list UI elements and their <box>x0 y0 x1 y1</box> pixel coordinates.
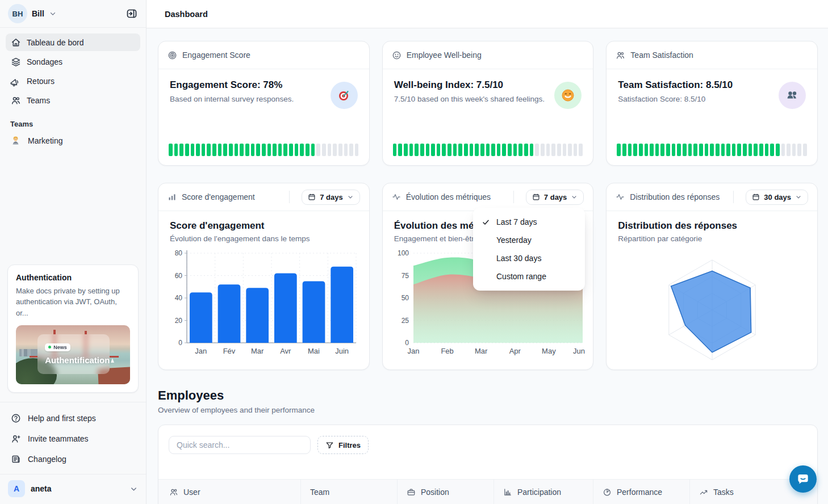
column-header-team[interactable]: Team <box>300 480 397 504</box>
stat-cards-row: Engagement Score Engagement Score: 78% B… <box>158 41 818 166</box>
date-range-button[interactable]: 7 days <box>526 190 584 205</box>
stat-body: Team Satisfaction: 8.5/10 Satisfaction S… <box>607 69 817 109</box>
chevron-down-icon <box>347 194 354 200</box>
chevron-down-icon <box>571 194 578 200</box>
users-icon <box>10 95 21 106</box>
sidebar-item-changelog[interactable]: Changelog <box>6 449 140 469</box>
card-header: Score d'engagement 7 days <box>158 183 369 211</box>
stat-subtitle: Satisfaction Score: 8.5/10 <box>618 95 779 103</box>
calendar-icon <box>752 193 760 201</box>
news-dot-icon <box>48 346 51 348</box>
promo-description: Make docs private by setting up authenti… <box>16 285 130 319</box>
workspace-name[interactable]: Bill <box>32 9 44 18</box>
promo-image: News Authentification <box>16 325 130 384</box>
card-header-label: Score d'engagement <box>182 192 255 201</box>
svg-text:50: 50 <box>401 294 409 302</box>
sidebar-item-invite[interactable]: Invite teammates <box>6 429 140 449</box>
sidebar-nav: Tableau de bord Sondages Retours Teams <box>0 28 146 111</box>
teams-section-label: Teams <box>0 111 146 132</box>
employees-table-card: Filtres User Team Position <box>158 425 818 504</box>
chat-bubble-icon <box>796 472 810 486</box>
sidebar-item-marketing[interactable]: Marketing <box>0 132 146 150</box>
card-header: Engagement Score <box>158 41 369 69</box>
menu-item-last-30-days[interactable]: Last 30 days <box>473 249 585 267</box>
svg-text:75: 75 <box>401 272 409 280</box>
page-title: Dashboard <box>165 10 208 19</box>
progress-sparkline <box>393 144 583 156</box>
svg-text:Juin: Juin <box>335 347 349 355</box>
sidebar-item-teams[interactable]: Teams <box>6 91 140 109</box>
card-header: Évolution des métriques 7 days <box>383 183 593 211</box>
collapse-sidebar-button[interactable] <box>124 6 139 21</box>
search-input[interactable] <box>169 436 311 454</box>
smile-icon <box>392 51 402 60</box>
chevron-down-icon <box>129 485 138 493</box>
target-icon <box>168 51 177 60</box>
megaphone-icon <box>10 75 21 86</box>
workspace-switcher[interactable]: BH Bill <box>0 0 146 28</box>
svg-text:20: 20 <box>175 317 183 325</box>
workspace-avatar[interactable]: BH <box>8 4 27 23</box>
svg-text:25: 25 <box>401 317 409 325</box>
account-name: aneta <box>31 484 52 493</box>
chart-body: Score d'engagement Évolution de l'engage… <box>158 211 369 369</box>
bar-chart: 020406080JanFévMarAvrMaiJuin <box>170 247 358 369</box>
home-icon <box>10 37 21 48</box>
bar-chart-icon <box>503 488 512 497</box>
chart-body: Distribution des réponses Répartition pa… <box>607 211 817 369</box>
smiling-face-emoji <box>554 82 582 109</box>
menu-item-yesterday[interactable]: Yesterday <box>473 231 585 249</box>
sidebar-item-label: Sondages <box>27 57 62 66</box>
painting-sailboat <box>111 358 114 363</box>
chart-title: Score d'engagement <box>170 220 358 232</box>
sidebar-item-help[interactable]: Help and first steps <box>6 408 140 429</box>
calendar-icon <box>532 193 540 201</box>
svg-text:40: 40 <box>175 294 183 302</box>
account-menu[interactable]: A aneta <box>0 474 146 504</box>
pie-chart-icon <box>603 488 612 497</box>
card-engagement-score: Engagement Score Engagement Score: 78% B… <box>158 41 370 166</box>
stat-body: Well-being Index: 7.5/10 7.5/10 based on… <box>383 69 593 109</box>
app-window: BH Bill Tableau de bord Sondages Retours <box>0 0 828 504</box>
employees-title: Employees <box>158 388 818 403</box>
check-icon <box>482 218 496 226</box>
column-header-position[interactable]: Position <box>397 480 494 504</box>
date-range-button[interactable]: 30 days <box>746 190 808 205</box>
news-badge: News <box>45 343 70 351</box>
dart-target-emoji <box>331 82 358 109</box>
svg-text:Mar: Mar <box>251 347 264 355</box>
promo-card-authentication[interactable]: Authentication Make docs private by sett… <box>7 264 139 393</box>
menu-item-last-7-days[interactable]: Last 7 days <box>473 213 585 231</box>
trend-up-icon <box>699 488 708 497</box>
date-range-button[interactable]: 7 days <box>302 190 359 205</box>
card-header: Employee Well-being <box>383 41 593 69</box>
promo-overlay-title: Authentification <box>45 355 110 365</box>
chevron-down-icon <box>49 10 57 18</box>
sidebar-item-retours[interactable]: Retours <box>6 72 140 90</box>
stat-subtitle: 7.5/10 based on this week's shared feeli… <box>394 95 555 103</box>
card-header-label: Employee Well-being <box>407 51 482 60</box>
changelog-icon <box>10 454 21 465</box>
menu-item-custom-range[interactable]: Custom range <box>473 267 585 285</box>
svg-text:Fév: Fév <box>223 347 236 355</box>
svg-text:80: 80 <box>175 249 183 257</box>
promo-overlay: News Authentification <box>37 334 110 375</box>
sidebar-item-sondages[interactable]: Sondages <box>6 53 140 70</box>
filters-button[interactable]: Filtres <box>317 436 369 454</box>
chat-widget-button[interactable] <box>789 465 817 493</box>
progress-sparkline <box>169 144 359 156</box>
help-circle-icon <box>10 413 21 424</box>
card-employee-wellbeing: Employee Well-being Well-being Index: 7.… <box>382 41 594 166</box>
sidebar-item-tableau-de-bord[interactable]: Tableau de bord <box>6 33 140 51</box>
column-header-performance[interactable]: Performance <box>593 480 689 504</box>
user-plus-icon <box>10 434 21 444</box>
stat-title: Engagement Score: 78% <box>170 79 331 91</box>
stat-title: Well-being Index: 7.5/10 <box>394 79 555 91</box>
panel-collapse-icon <box>126 7 138 20</box>
svg-text:Jun: Jun <box>573 347 585 355</box>
card-header-label: Distribution des réponses <box>630 192 720 201</box>
divider <box>513 191 514 203</box>
column-header-user[interactable]: User <box>158 480 300 504</box>
svg-text:Mar: Mar <box>475 347 488 355</box>
column-header-participation[interactable]: Participation <box>494 480 593 504</box>
